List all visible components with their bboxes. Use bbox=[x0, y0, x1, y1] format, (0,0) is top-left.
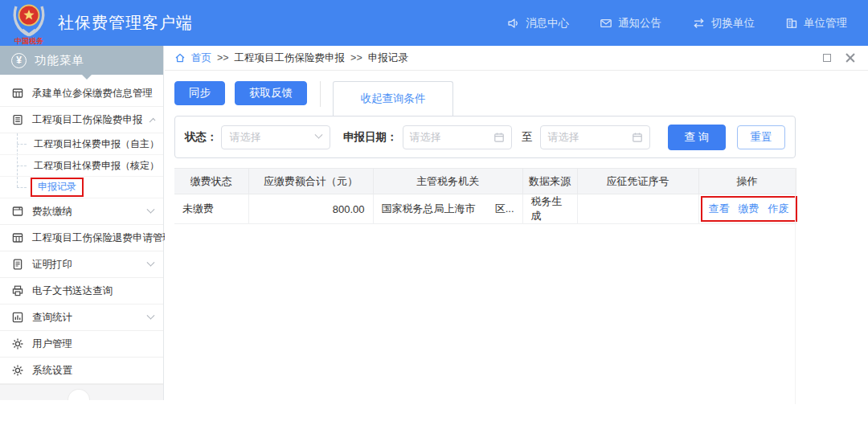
sidebar-header: ¥ 功能菜单 bbox=[0, 46, 163, 75]
sidebar-item-refund-management[interactable]: 工程项目工伤保险退费申请管理 bbox=[0, 225, 163, 251]
top-header: 中国税务 社保费管理客户端 消息中心 通知公告 bbox=[0, 0, 868, 46]
sidebar-menu: 承建单位参保缴费信息管理 工程项目工伤保险费申报 工程项目社保费申报（自主） 工… bbox=[0, 75, 163, 384]
sidebar-item-system-settings[interactable]: 系统设置 bbox=[0, 358, 163, 384]
declare-date-label: 申报日期： bbox=[343, 130, 398, 145]
date-from-input[interactable]: 请选择 bbox=[403, 125, 512, 149]
sync-button[interactable]: 同步 bbox=[174, 81, 225, 105]
sidebar-item-label: 用户管理 bbox=[32, 337, 154, 351]
gear-icon bbox=[11, 337, 24, 350]
annotation-red-box: 申报记录 bbox=[31, 178, 84, 197]
table-header-row: 缴费状态 应缴费额合计（元） 主管税务机关 数据来源 应征凭证序号 操作 bbox=[174, 169, 796, 194]
sidebar-collapse-handle[interactable] bbox=[68, 389, 90, 400]
sidebar-submenu: 工程项目社保费申报（自主） 工程项目社保费申报（核定） 申报记录 bbox=[0, 133, 163, 198]
sidebar-item-label: 查询统计 bbox=[32, 311, 140, 325]
window-controls bbox=[823, 53, 855, 63]
chevron-down-icon bbox=[147, 258, 155, 266]
card-icon bbox=[11, 205, 24, 218]
sidebar-item-edoc-delivery-query[interactable]: 电子文书送达查询 bbox=[0, 278, 163, 305]
breadcrumb-home[interactable]: 首页 bbox=[191, 51, 211, 65]
search-button[interactable]: 查 询 bbox=[668, 125, 726, 150]
sidebar-title: 功能菜单 bbox=[35, 53, 84, 68]
col-voucher-no: 应征凭证序号 bbox=[577, 169, 698, 194]
col-data-source: 数据来源 bbox=[522, 169, 577, 194]
date-to-value: 请选择 bbox=[547, 130, 579, 145]
authority-name: 国家税务总局上海市 bbox=[382, 202, 476, 216]
document-icon bbox=[11, 258, 24, 271]
annotation-red-box: 查看 缴费 作废 bbox=[701, 196, 797, 222]
date-to-input[interactable]: 请选择 bbox=[540, 125, 649, 149]
view-link[interactable]: 查看 bbox=[709, 202, 730, 216]
grid-icon bbox=[11, 87, 24, 100]
sidebar-item-user-management[interactable]: 用户管理 bbox=[0, 331, 163, 358]
cell-payment-status: 未缴费 bbox=[174, 194, 248, 224]
breadcrumb: 首页 >> 工程项目工伤保险费申报 >> 申报记录 bbox=[165, 46, 868, 71]
speaker-icon bbox=[507, 17, 520, 30]
logo-caption: 中国税务 bbox=[14, 37, 44, 45]
chevron-down-icon bbox=[315, 131, 323, 139]
org-book-icon bbox=[785, 17, 798, 30]
status-label: 状态： bbox=[185, 130, 218, 145]
sidebar-item-label: 电子文书送达查询 bbox=[32, 284, 154, 298]
nav-label: 切换单位 bbox=[711, 16, 755, 31]
sidebar-item-fee-payment[interactable]: 费款缴纳 bbox=[0, 198, 163, 225]
sidebar-footer bbox=[0, 384, 163, 400]
date-from-value: 请选择 bbox=[410, 130, 441, 145]
table-row: 未缴费 800.00 国家税务总局上海市 区... 税务生成 bbox=[174, 194, 796, 224]
nav-notices[interactable]: 通知公告 bbox=[600, 16, 661, 31]
clipboard-icon bbox=[11, 113, 24, 126]
chevron-down-icon bbox=[147, 205, 155, 213]
tax-emblem-logo: 中国税务 bbox=[10, 2, 48, 45]
top-nav: 消息中心 通知公告 切换单位 bbox=[507, 0, 847, 46]
sidebar-item-label: 工程项目工伤保险退费申请管理 bbox=[32, 231, 173, 245]
sidebar-subitem-self-declare[interactable]: 工程项目社保费申报（自主） bbox=[0, 133, 163, 155]
sidebar-item-query-statistics[interactable]: 查询统计 bbox=[0, 305, 163, 331]
col-actions: 操作 bbox=[698, 169, 796, 194]
col-amount-total: 应缴费额合计（元） bbox=[248, 169, 373, 194]
sidebar-item-label: 费款缴纳 bbox=[32, 205, 140, 219]
filter-panel: 状态： 请选择 申报日期： 请选择 至 请选择 bbox=[174, 116, 796, 158]
bar-chart-icon bbox=[11, 311, 24, 324]
reset-button[interactable]: 重置 bbox=[737, 125, 785, 149]
sidebar-item-injury-declaration[interactable]: 工程项目工伤保险费申报 bbox=[0, 107, 163, 133]
cell-data-source: 税务生成 bbox=[522, 194, 577, 224]
sidebar-item-label: 系统设置 bbox=[32, 364, 154, 378]
grid-icon bbox=[11, 231, 24, 244]
nav-unit-management[interactable]: 单位管理 bbox=[785, 16, 847, 31]
home-icon bbox=[174, 52, 186, 63]
void-link[interactable]: 作废 bbox=[768, 202, 789, 216]
content-area: 同步 获取反馈 收起查询条件 状态： 请选择 申报日期： 请选择 bbox=[165, 71, 868, 224]
toolbar: 同步 获取反馈 收起查询条件 bbox=[174, 81, 868, 116]
table-right-edge-line bbox=[795, 168, 796, 404]
yen-circle-icon: ¥ bbox=[11, 53, 27, 68]
gear-icon bbox=[11, 364, 24, 377]
breadcrumb-level-1: 工程项目工伤保险费申报 bbox=[235, 51, 346, 65]
breadcrumb-separator: >> bbox=[350, 52, 362, 63]
close-icon[interactable] bbox=[845, 53, 855, 63]
calendar-icon bbox=[632, 132, 643, 143]
status-select[interactable]: 请选择 bbox=[221, 125, 331, 149]
sidebar-subitem-approved-declare[interactable]: 工程项目社保费申报（核定） bbox=[0, 155, 163, 177]
toolbar-divider bbox=[320, 81, 321, 107]
status-select-value: 请选择 bbox=[230, 130, 261, 145]
sidebar-item-label: 承建单位参保缴费信息管理 bbox=[32, 87, 154, 100]
cell-voucher-no bbox=[577, 194, 698, 224]
sidebar-subitem-declaration-records[interactable]: 申报记录 bbox=[0, 177, 163, 198]
nav-label: 通知公告 bbox=[618, 16, 661, 31]
printer-icon bbox=[11, 284, 24, 297]
sidebar-item-label: 证明打印 bbox=[32, 258, 140, 272]
breadcrumb-level-2: 申报记录 bbox=[368, 51, 408, 65]
authority-truncated: 区... bbox=[495, 202, 514, 216]
collapse-query-tab[interactable]: 收起查询条件 bbox=[333, 81, 453, 116]
nav-switch-unit[interactable]: 切换单位 bbox=[692, 16, 755, 31]
maximize-icon[interactable] bbox=[823, 54, 831, 62]
records-table: 缴费状态 应缴费额合计（元） 主管税务机关 数据来源 应征凭证序号 操作 未缴费… bbox=[174, 168, 796, 224]
sidebar-subitem-label: 工程项目社保费申报（自主） bbox=[34, 137, 159, 151]
app-window: 中国税务 社保费管理客户端 消息中心 通知公告 bbox=[0, 0, 868, 421]
cell-tax-authority: 国家税务总局上海市 区... bbox=[373, 194, 522, 224]
nav-message-center[interactable]: 消息中心 bbox=[507, 16, 569, 31]
get-feedback-button[interactable]: 获取反馈 bbox=[235, 81, 307, 105]
sidebar-item-certificate-print[interactable]: 证明打印 bbox=[0, 251, 163, 278]
pay-link[interactable]: 缴费 bbox=[739, 202, 760, 216]
main-panel: 首页 >> 工程项目工伤保险费申报 >> 申报记录 同步 获取反馈 收起查询条件… bbox=[165, 46, 868, 421]
sidebar: ¥ 功能菜单 承建单位参保缴费信息管理 工程项目工伤保险费申报 bbox=[0, 46, 164, 400]
